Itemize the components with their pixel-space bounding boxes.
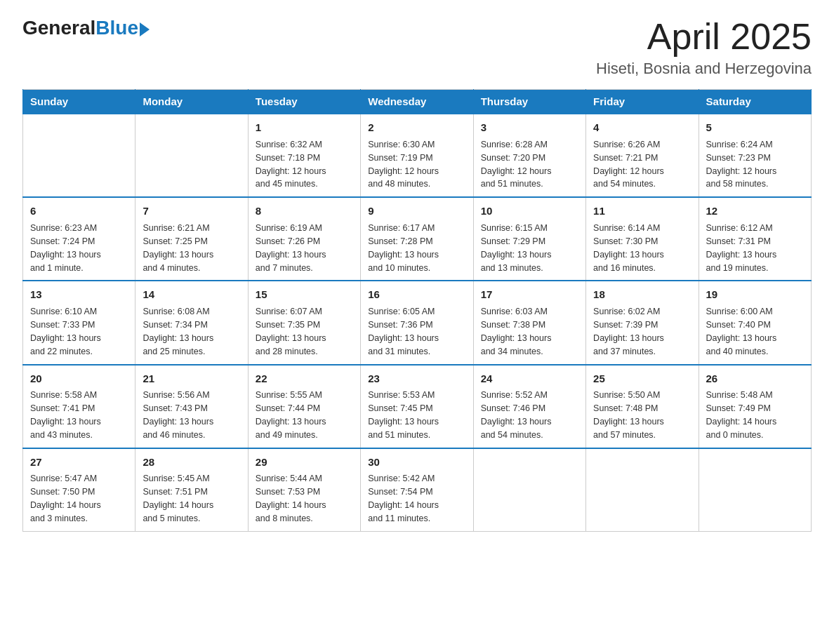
day-number: 14: [143, 287, 240, 302]
calendar-day-7: 7Sunrise: 6:21 AM Sunset: 7:25 PM Daylig…: [135, 197, 248, 281]
location-subtitle: Hiseti, Bosnia and Herzegovina: [596, 60, 812, 78]
day-info: Sunrise: 6:03 AM Sunset: 7:38 PM Dayligh…: [481, 307, 552, 356]
calendar-day-20: 20Sunrise: 5:58 AM Sunset: 7:41 PM Dayli…: [23, 365, 135, 448]
day-number: 26: [706, 371, 804, 387]
day-info: Sunrise: 5:42 AM Sunset: 7:54 PM Dayligh…: [368, 474, 439, 523]
calendar-day-2: 2Sunrise: 6:30 AM Sunset: 7:19 PM Daylig…: [361, 114, 473, 197]
day-info: Sunrise: 5:44 AM Sunset: 7:53 PM Dayligh…: [256, 474, 326, 523]
calendar-day-24: 24Sunrise: 5:52 AM Sunset: 7:46 PM Dayli…: [473, 365, 585, 448]
calendar-day-10: 10Sunrise: 6:15 AM Sunset: 7:29 PM Dayli…: [473, 197, 585, 281]
day-info: Sunrise: 6:19 AM Sunset: 7:26 PM Dayligh…: [256, 223, 326, 273]
calendar-day-16: 16Sunrise: 6:05 AM Sunset: 7:36 PM Dayli…: [361, 281, 473, 364]
calendar-day-29: 29Sunrise: 5:44 AM Sunset: 7:53 PM Dayli…: [248, 448, 360, 532]
day-info: Sunrise: 6:02 AM Sunset: 7:39 PM Dayligh…: [593, 307, 664, 356]
calendar-day-9: 9Sunrise: 6:17 AM Sunset: 7:28 PM Daylig…: [361, 197, 473, 281]
day-number: 23: [368, 371, 465, 387]
calendar-empty-cell: [23, 114, 135, 197]
day-number: 6: [30, 203, 128, 219]
day-info: Sunrise: 6:07 AM Sunset: 7:35 PM Dayligh…: [256, 307, 326, 356]
calendar-header-row: SundayMondayTuesdayWednesdayThursdayFrid…: [23, 90, 812, 114]
day-info: Sunrise: 5:50 AM Sunset: 7:48 PM Dayligh…: [593, 390, 664, 440]
calendar-day-6: 6Sunrise: 6:23 AM Sunset: 7:24 PM Daylig…: [23, 197, 135, 281]
day-number: 27: [30, 455, 128, 470]
day-info: Sunrise: 6:15 AM Sunset: 7:29 PM Dayligh…: [481, 223, 552, 273]
day-info: Sunrise: 6:30 AM Sunset: 7:19 PM Dayligh…: [368, 140, 439, 189]
day-number: 13: [30, 287, 128, 302]
day-info: Sunrise: 5:58 AM Sunset: 7:41 PM Dayligh…: [30, 390, 101, 440]
day-info: Sunrise: 6:24 AM Sunset: 7:23 PM Dayligh…: [706, 140, 777, 189]
calendar-day-21: 21Sunrise: 5:56 AM Sunset: 7:43 PM Dayli…: [135, 365, 248, 448]
calendar-week-row-2: 6Sunrise: 6:23 AM Sunset: 7:24 PM Daylig…: [23, 197, 812, 281]
calendar-header-saturday: Saturday: [699, 90, 811, 114]
day-number: 19: [706, 287, 804, 302]
calendar-empty-cell: [135, 114, 248, 197]
day-info: Sunrise: 6:32 AM Sunset: 7:18 PM Dayligh…: [256, 140, 326, 189]
calendar-day-19: 19Sunrise: 6:00 AM Sunset: 7:40 PM Dayli…: [699, 281, 811, 364]
day-number: 29: [256, 455, 353, 470]
calendar-header-tuesday: Tuesday: [248, 90, 360, 114]
calendar-day-26: 26Sunrise: 5:48 AM Sunset: 7:49 PM Dayli…: [699, 365, 811, 448]
calendar-day-18: 18Sunrise: 6:02 AM Sunset: 7:39 PM Dayli…: [586, 281, 699, 364]
calendar-header-friday: Friday: [586, 90, 699, 114]
logo-arrow-icon: [140, 22, 150, 36]
day-number: 4: [593, 120, 691, 135]
calendar-day-4: 4Sunrise: 6:26 AM Sunset: 7:21 PM Daylig…: [586, 114, 699, 197]
day-number: 28: [143, 455, 240, 470]
day-number: 3: [481, 120, 578, 135]
calendar-day-3: 3Sunrise: 6:28 AM Sunset: 7:20 PM Daylig…: [473, 114, 585, 197]
calendar-header-sunday: Sunday: [23, 90, 135, 114]
calendar-day-1: 1Sunrise: 6:32 AM Sunset: 7:18 PM Daylig…: [248, 114, 360, 197]
calendar-week-row-5: 27Sunrise: 5:47 AM Sunset: 7:50 PM Dayli…: [23, 448, 812, 532]
day-info: Sunrise: 5:53 AM Sunset: 7:45 PM Dayligh…: [368, 390, 439, 440]
day-info: Sunrise: 6:21 AM Sunset: 7:25 PM Dayligh…: [143, 223, 213, 273]
logo: General Blue: [22, 17, 150, 39]
day-number: 20: [30, 371, 128, 387]
day-number: 5: [706, 120, 804, 135]
calendar-empty-cell: [586, 448, 699, 532]
calendar-day-13: 13Sunrise: 6:10 AM Sunset: 7:33 PM Dayli…: [23, 281, 135, 364]
day-number: 30: [368, 455, 465, 470]
calendar-day-23: 23Sunrise: 5:53 AM Sunset: 7:45 PM Dayli…: [361, 365, 473, 448]
day-number: 24: [481, 371, 578, 387]
calendar-day-5: 5Sunrise: 6:24 AM Sunset: 7:23 PM Daylig…: [699, 114, 811, 197]
calendar-empty-cell: [699, 448, 811, 532]
calendar-week-row-1: 1Sunrise: 6:32 AM Sunset: 7:18 PM Daylig…: [23, 114, 812, 197]
calendar-day-27: 27Sunrise: 5:47 AM Sunset: 7:50 PM Dayli…: [23, 448, 135, 532]
day-number: 12: [706, 203, 804, 219]
day-number: 11: [593, 203, 691, 219]
day-number: 1: [256, 120, 353, 135]
day-info: Sunrise: 6:12 AM Sunset: 7:31 PM Dayligh…: [706, 223, 777, 273]
day-number: 17: [481, 287, 578, 302]
day-number: 16: [368, 287, 465, 302]
day-info: Sunrise: 5:55 AM Sunset: 7:44 PM Dayligh…: [256, 390, 326, 440]
calendar-header-wednesday: Wednesday: [361, 90, 473, 114]
day-info: Sunrise: 5:48 AM Sunset: 7:49 PM Dayligh…: [706, 390, 777, 440]
day-number: 7: [143, 203, 240, 219]
day-number: 8: [256, 203, 353, 219]
calendar-day-17: 17Sunrise: 6:03 AM Sunset: 7:38 PM Dayli…: [473, 281, 585, 364]
calendar-week-row-3: 13Sunrise: 6:10 AM Sunset: 7:33 PM Dayli…: [23, 281, 812, 364]
day-number: 9: [368, 203, 465, 219]
day-info: Sunrise: 5:45 AM Sunset: 7:51 PM Dayligh…: [143, 474, 213, 523]
day-info: Sunrise: 6:14 AM Sunset: 7:30 PM Dayligh…: [593, 223, 664, 273]
calendar-day-11: 11Sunrise: 6:14 AM Sunset: 7:30 PM Dayli…: [586, 197, 699, 281]
day-info: Sunrise: 5:52 AM Sunset: 7:46 PM Dayligh…: [481, 390, 552, 440]
day-info: Sunrise: 6:17 AM Sunset: 7:28 PM Dayligh…: [368, 223, 439, 273]
calendar-day-15: 15Sunrise: 6:07 AM Sunset: 7:35 PM Dayli…: [248, 281, 360, 364]
calendar-day-22: 22Sunrise: 5:55 AM Sunset: 7:44 PM Dayli…: [248, 365, 360, 448]
logo-blue-text: Blue: [95, 17, 138, 39]
calendar-table: SundayMondayTuesdayWednesdayThursdayFrid…: [22, 89, 812, 532]
calendar-day-25: 25Sunrise: 5:50 AM Sunset: 7:48 PM Dayli…: [586, 365, 699, 448]
day-number: 22: [256, 371, 353, 387]
logo-general-text: General: [22, 17, 95, 39]
day-number: 21: [143, 371, 240, 387]
day-info: Sunrise: 6:23 AM Sunset: 7:24 PM Dayligh…: [30, 223, 101, 273]
day-info: Sunrise: 6:26 AM Sunset: 7:21 PM Dayligh…: [593, 140, 664, 189]
day-number: 18: [593, 287, 691, 302]
day-info: Sunrise: 5:56 AM Sunset: 7:43 PM Dayligh…: [143, 390, 213, 440]
header: General Blue April 2025 Hiseti, Bosnia a…: [22, 17, 812, 78]
calendar-header-thursday: Thursday: [473, 90, 585, 114]
day-info: Sunrise: 5:47 AM Sunset: 7:50 PM Dayligh…: [30, 474, 101, 523]
day-number: 25: [593, 371, 691, 387]
day-info: Sunrise: 6:08 AM Sunset: 7:34 PM Dayligh…: [143, 307, 213, 356]
